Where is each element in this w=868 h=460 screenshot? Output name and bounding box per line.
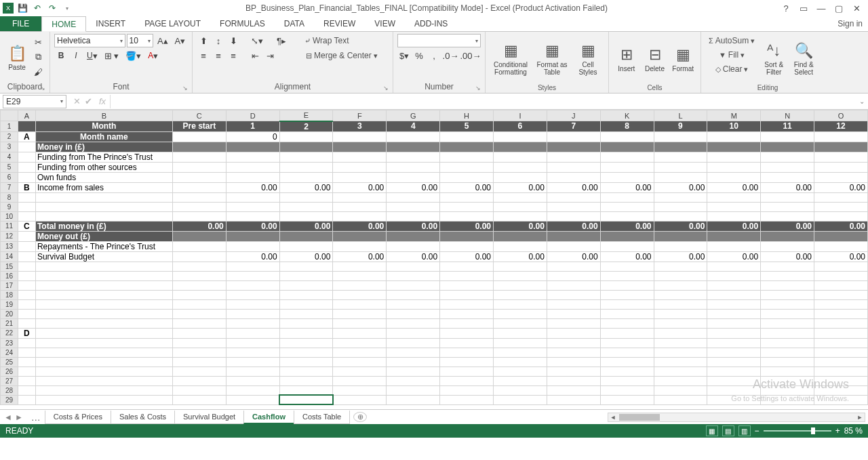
cell-E20[interactable] [279,309,333,318]
cell-I23[interactable] [493,338,547,348]
cell-K8[interactable] [600,192,654,202]
cell-F2[interactable] [333,131,387,142]
cell-F20[interactable] [333,309,387,318]
cell-N8[interactable] [761,192,814,202]
cell-H21[interactable] [440,318,494,328]
cell-M11[interactable]: 0.00 [707,221,761,231]
row-header-14[interactable]: 14 [1,251,18,262]
cell-E25[interactable] [279,357,333,367]
col-header-B[interactable]: B [35,110,172,121]
cell-L26[interactable] [654,367,707,376]
row-header-22[interactable]: 22 [1,328,18,338]
horizontal-scrollbar[interactable]: ◄► [367,413,868,422]
cell-M22[interactable] [707,328,761,338]
cell-L1[interactable]: 9 [654,121,707,132]
col-header-J[interactable]: J [547,110,600,121]
cell-H7[interactable]: 0.00 [440,182,494,192]
tab-page-layout[interactable]: PAGE LAYOUT [135,16,210,31]
cell-B13[interactable]: Repayments - The Prince's Trust [35,241,172,251]
cell-F28[interactable] [333,385,387,395]
cell-I5[interactable] [493,162,547,172]
cell-B25[interactable] [35,357,172,367]
cell-D6[interactable] [226,172,279,182]
paste-button[interactable]: 📋 Paste [4,34,30,82]
tab-home[interactable]: HOME [41,16,86,32]
cell-K15[interactable] [600,262,654,271]
cell-I20[interactable] [493,309,547,318]
increase-decimal-icon[interactable]: .0→ [442,49,459,62]
name-box[interactable]: E29▾ [3,95,66,108]
fill-color-button[interactable]: 🪣▾ [123,49,144,62]
cell-E11[interactable]: 0.00 [279,221,333,231]
cell-O21[interactable] [814,318,868,328]
cell-M12[interactable] [707,231,761,241]
cell-A21[interactable] [18,318,35,328]
cell-G15[interactable] [387,262,440,271]
cell-G17[interactable] [387,280,440,290]
cell-B7[interactable]: Income from sales [35,182,172,192]
col-header-N[interactable]: N [761,110,814,121]
cell-J5[interactable] [547,162,600,172]
cell-I22[interactable] [493,328,547,338]
cell-H13[interactable] [440,241,494,251]
launcher-icon[interactable]: ↘ [182,85,188,91]
cell-N9[interactable] [761,202,814,211]
cell-B19[interactable] [35,299,172,309]
row-header-13[interactable]: 13 [1,241,18,251]
cell-H16[interactable] [440,271,494,280]
cell-C29[interactable] [172,395,226,404]
cell-H12[interactable] [440,231,494,241]
cell-K10[interactable] [600,211,654,221]
cell-I17[interactable] [493,280,547,290]
cell-G10[interactable] [387,211,440,221]
row-header-20[interactable]: 20 [1,309,18,318]
row-header-8[interactable]: 8 [1,192,18,202]
cell-N14[interactable]: 0.00 [761,251,814,262]
row-header-15[interactable]: 15 [1,262,18,271]
cell-E28[interactable] [279,385,333,395]
cell-C17[interactable] [172,280,226,290]
cell-N26[interactable] [761,367,814,376]
cell-N21[interactable] [761,318,814,328]
cell-D14[interactable]: 0.00 [226,251,279,262]
cell-N24[interactable] [761,348,814,357]
cell-F12[interactable] [333,231,387,241]
cell-K7[interactable]: 0.00 [600,182,654,192]
italic-button[interactable]: I [69,49,83,62]
cell-H9[interactable] [440,202,494,211]
cell-F7[interactable]: 0.00 [333,182,387,192]
cell-K25[interactable] [600,357,654,367]
row-header-17[interactable]: 17 [1,280,18,290]
cell-K9[interactable] [600,202,654,211]
cell-H23[interactable] [440,338,494,348]
cell-J28[interactable] [547,385,600,395]
cell-F10[interactable] [333,211,387,221]
cell-A29[interactable] [18,395,35,404]
cell-O24[interactable] [814,348,868,357]
cell-G8[interactable] [387,192,440,202]
cell-J12[interactable] [547,231,600,241]
cell-M9[interactable] [707,202,761,211]
cell-H29[interactable] [440,395,494,404]
increase-font-icon[interactable]: A▴ [155,34,170,47]
row-header-12[interactable]: 12 [1,231,18,241]
cell-N13[interactable] [761,241,814,251]
worksheet-grid[interactable]: ABCDEFGHIJKLMNO1MonthPre start1234567891… [0,110,868,409]
cell-A7[interactable]: B [18,182,35,192]
row-header-28[interactable]: 28 [1,385,18,395]
row-header-21[interactable]: 21 [1,318,18,328]
cell-O3[interactable] [814,142,868,152]
row-header-1[interactable]: 1 [1,121,18,132]
launcher-icon[interactable]: ↘ [383,85,389,91]
cell-G29[interactable] [387,395,440,404]
cell-I3[interactable] [493,142,547,152]
cell-H4[interactable] [440,152,494,162]
view-page-layout-icon[interactable]: ▤ [722,425,734,436]
cell-A14[interactable] [18,251,35,262]
merge-center-button[interactable]: ⊟ Merge & Center ▾ [302,49,381,62]
view-normal-icon[interactable]: ▦ [706,425,718,436]
cell-O1[interactable]: 12 [814,121,868,132]
cell-E9[interactable] [279,202,333,211]
cell-O25[interactable] [814,357,868,367]
cell-F19[interactable] [333,299,387,309]
